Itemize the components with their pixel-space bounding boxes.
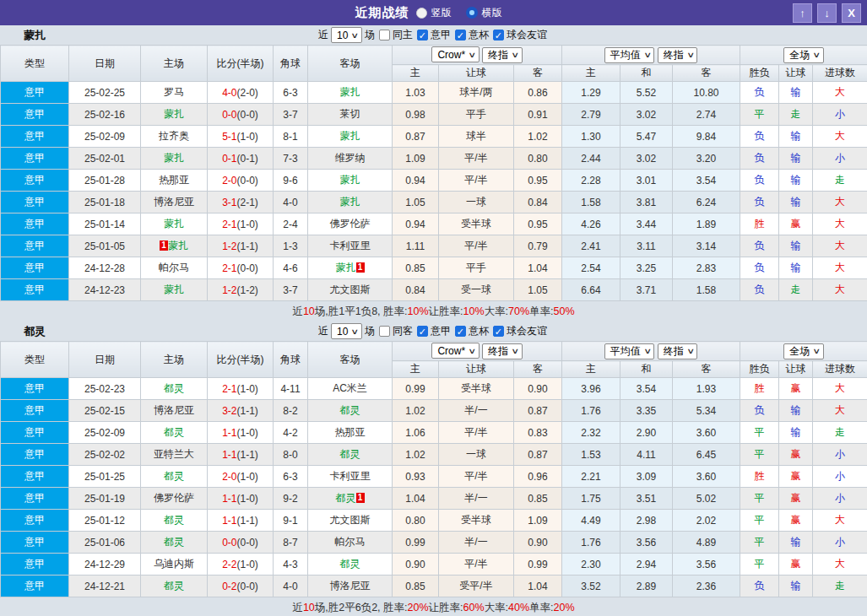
match-row: 意甲25-02-16蒙扎0-0(0-0)3-7莱切0.98平手0.912.793… bbox=[1, 104, 867, 126]
league-cell: 意甲 bbox=[1, 82, 69, 104]
average-stage-select[interactable]: 终指∨ bbox=[658, 343, 698, 359]
average-stage-select[interactable]: 终指∨ bbox=[658, 47, 698, 63]
league-cup-checkbox[interactable]: ✓ bbox=[455, 30, 466, 41]
bookmaker-select[interactable]: Crow*∨ bbox=[431, 343, 479, 359]
avg-away-cell: 4.89 bbox=[673, 532, 740, 554]
avg-away-cell: 5.02 bbox=[673, 488, 740, 510]
avg-away-cell: 3.60 bbox=[673, 466, 740, 488]
fulltime-score: 1-1 bbox=[222, 515, 236, 527]
corner-cell: 4-0 bbox=[274, 575, 308, 597]
average-select[interactable]: 平均值∨ bbox=[604, 343, 655, 359]
result-cell: 负 bbox=[740, 575, 779, 597]
corner-cell: 4-6 bbox=[274, 257, 308, 279]
result-group: 全场∨ bbox=[740, 342, 867, 361]
move-down-button[interactable]: ↓ bbox=[817, 3, 837, 23]
chevron-down-icon: ∨ bbox=[643, 347, 652, 355]
col-odds-home: 主 bbox=[393, 361, 439, 378]
home-team-cell: 蒙扎 bbox=[141, 104, 208, 126]
result-cell: 负 bbox=[740, 400, 779, 422]
handicap-cell: 球半/两 bbox=[439, 82, 514, 104]
team-label: 拉齐奥 bbox=[159, 130, 189, 142]
result-cell: 负 bbox=[740, 235, 779, 257]
match-row: 意甲25-01-06都灵0-0(0-0)8-7帕尔马0.99半/一0.901.7… bbox=[1, 532, 867, 554]
avg-home-cell: 1.58 bbox=[562, 192, 620, 213]
date-cell: 25-01-05 bbox=[69, 235, 141, 257]
avg-away-cell: 2.74 bbox=[673, 104, 740, 126]
titlebar-center: 近期战绩 竖版 横版 bbox=[0, 0, 867, 25]
summary-text: 场,胜2平6负2, 胜率: bbox=[315, 601, 408, 615]
halftime-score: (1-1) bbox=[237, 515, 258, 527]
fulltime-score: 2-0 bbox=[222, 471, 236, 483]
handicap-cell: 平/半 bbox=[439, 148, 514, 170]
avg-draw-cell: 3.81 bbox=[620, 192, 673, 213]
match-count-value: 10 bbox=[337, 30, 348, 41]
team-label: 维罗纳 bbox=[335, 152, 366, 164]
odds-stage-select[interactable]: 终指∨ bbox=[482, 343, 523, 359]
close-button[interactable]: X bbox=[842, 3, 861, 23]
horizontal-layout-radio[interactable] bbox=[466, 7, 478, 19]
avg-draw-cell: 3.02 bbox=[620, 148, 673, 170]
odds-stage-select[interactable]: 终指∨ bbox=[482, 47, 523, 63]
avg-home-cell: 4.26 bbox=[562, 213, 620, 235]
col-type: 类型 bbox=[1, 46, 69, 82]
home-team-cell: 都灵 bbox=[141, 510, 208, 532]
team-label: 都灵 bbox=[164, 514, 184, 526]
avg-home-cell: 1.76 bbox=[562, 400, 620, 422]
league-serie-a-checkbox[interactable]: ✓ bbox=[417, 326, 428, 337]
halftime-score: (0-0) bbox=[237, 581, 258, 592]
team-label: 博洛尼亚 bbox=[154, 196, 194, 208]
col-avg-away: 客 bbox=[673, 361, 740, 378]
col-odds-away: 客 bbox=[514, 361, 562, 378]
corner-cell: 4-11 bbox=[274, 378, 308, 400]
col-away: 客场 bbox=[308, 46, 393, 82]
summary-text: 70% bbox=[508, 305, 529, 317]
corner-cell: 9-1 bbox=[274, 510, 308, 532]
home-odds-cell: 1.02 bbox=[393, 400, 439, 422]
handicap-cell: 球半 bbox=[439, 126, 514, 148]
corner-cell: 4-3 bbox=[274, 554, 308, 575]
team-label: 都灵 bbox=[164, 382, 184, 394]
halftime-score: (0-0) bbox=[237, 537, 258, 548]
handicap-cell: 半/一 bbox=[439, 532, 514, 554]
handicap-cell: 平/半 bbox=[439, 170, 514, 192]
halftime-score: (1-0) bbox=[237, 471, 258, 483]
same-venue-checkbox[interactable] bbox=[379, 326, 390, 337]
team-label: 佛罗伦萨 bbox=[154, 492, 194, 504]
score-cell: 1-1(1-0) bbox=[208, 488, 274, 510]
handicap-cell: 半/一 bbox=[439, 488, 514, 510]
league-friendly-checkbox[interactable]: ✓ bbox=[493, 326, 504, 337]
date-cell: 25-01-12 bbox=[69, 510, 141, 532]
league-cup-checkbox[interactable]: ✓ bbox=[455, 326, 466, 337]
avg-away-cell: 5.34 bbox=[673, 400, 740, 422]
same-venue-checkbox[interactable] bbox=[379, 30, 390, 41]
summary-text: 10 bbox=[303, 305, 315, 317]
away-odds-cell: 0.90 bbox=[514, 378, 562, 400]
period-select[interactable]: 全场∨ bbox=[783, 47, 824, 63]
fulltime-score: 2-2 bbox=[222, 559, 236, 570]
team-label: 都灵 bbox=[164, 470, 184, 482]
result-cell: 平 bbox=[740, 510, 779, 532]
match-count-select[interactable]: 10∨ bbox=[331, 323, 362, 339]
handicap-result-cell: 赢 bbox=[779, 510, 813, 532]
team-label: 博洛尼亚 bbox=[330, 580, 371, 592]
home-odds-cell: 0.98 bbox=[393, 104, 439, 126]
match-count-select[interactable]: 10∨ bbox=[331, 27, 362, 43]
goals-result-cell: 走 bbox=[813, 575, 867, 597]
home-odds-cell: 1.11 bbox=[393, 235, 439, 257]
league-friendly-checkbox[interactable]: ✓ bbox=[493, 30, 504, 41]
vertical-layout-radio[interactable] bbox=[416, 8, 427, 19]
move-up-button[interactable]: ↑ bbox=[793, 3, 812, 23]
avg-home-cell: 4.49 bbox=[562, 510, 620, 532]
league-serie-a-checkbox[interactable]: ✓ bbox=[417, 30, 428, 41]
score-cell: 0-2(0-0) bbox=[208, 575, 274, 597]
handicap-result-cell: 赢 bbox=[779, 554, 813, 575]
average-select[interactable]: 平均值∨ bbox=[604, 47, 655, 63]
team-label: 热那亚 bbox=[335, 426, 366, 438]
average-value: 平均值 bbox=[610, 344, 641, 359]
bookmaker-select[interactable]: Crow*∨ bbox=[431, 46, 479, 62]
fulltime-score: 2-1 bbox=[222, 383, 236, 395]
period-select[interactable]: 全场∨ bbox=[783, 343, 824, 359]
average-group: 平均值∨ 终指∨ bbox=[562, 342, 740, 361]
chevron-down-icon: ∨ bbox=[813, 347, 821, 355]
away-odds-cell: 0.87 bbox=[514, 400, 562, 422]
